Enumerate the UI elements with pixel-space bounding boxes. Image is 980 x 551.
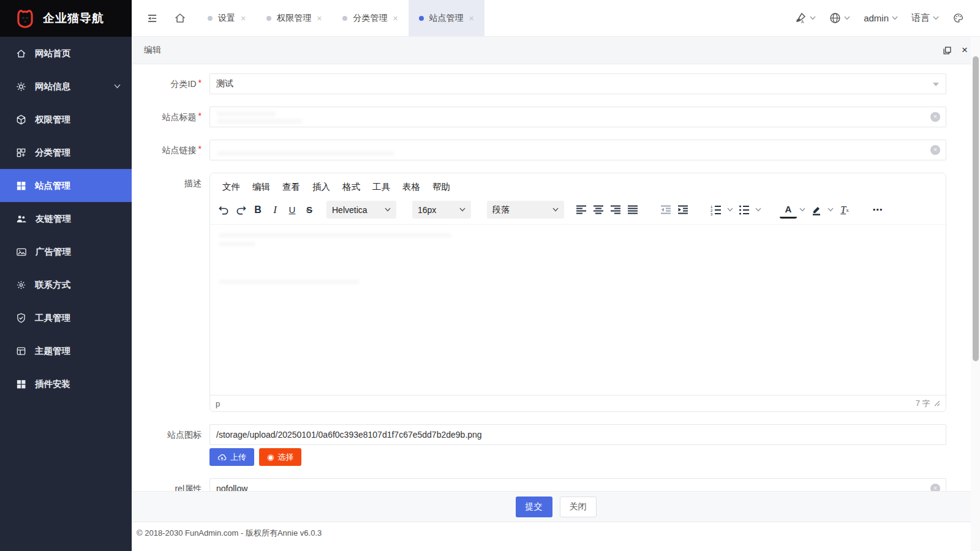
layout-icon	[16, 346, 26, 356]
font-size-select[interactable]: 16px	[412, 201, 471, 219]
menu-format[interactable]: 格式	[336, 178, 366, 196]
close-button[interactable]: 关闭	[560, 497, 597, 517]
chevron-down-icon	[933, 16, 939, 20]
site-links-menu[interactable]	[829, 12, 850, 24]
align-justify-icon[interactable]	[624, 201, 641, 219]
tab-dot	[342, 16, 347, 21]
menu-edit[interactable]: 编辑	[246, 178, 276, 196]
strikethrough-button[interactable]: S	[301, 201, 318, 219]
underline-button[interactable]: U	[284, 201, 301, 219]
brand-logo: 企业猫导航	[0, 0, 132, 37]
sidebar-item-site-info[interactable]: 网站信息	[0, 70, 132, 103]
close-icon[interactable]: ×	[962, 44, 968, 56]
menu-tools[interactable]: 工具	[366, 178, 396, 196]
site-title-input[interactable]	[209, 107, 946, 127]
bullet-list-caret[interactable]	[753, 201, 764, 219]
tab-close-icon[interactable]: ×	[317, 13, 322, 23]
block-format-select[interactable]: 段落	[487, 201, 564, 219]
font-family-select[interactable]: Helvetica	[326, 201, 396, 219]
editor-content-area[interactable]	[210, 224, 946, 395]
sidebar-item-sites-active[interactable]: 站点管理	[0, 169, 132, 202]
upload-button[interactable]: 上传	[209, 448, 254, 466]
menu-insert[interactable]: 插入	[306, 178, 336, 196]
ordered-list-icon[interactable]: 123	[707, 201, 725, 219]
highlight-color-caret[interactable]	[825, 201, 836, 219]
chevron-down-icon	[892, 16, 898, 20]
align-left-icon[interactable]	[573, 201, 590, 219]
tab-bar: 设置 × 权限管理 × 分类管理 × 站点管理 ×	[197, 0, 484, 36]
ordered-list-caret[interactable]	[725, 201, 736, 219]
choose-button[interactable]: ◉ 选择	[259, 448, 301, 466]
tab-categories[interactable]: 分类管理 ×	[332, 0, 408, 36]
text-color-caret[interactable]	[797, 201, 808, 219]
tab-dot	[419, 16, 424, 21]
redo-icon[interactable]	[232, 201, 249, 219]
indent-icon[interactable]	[674, 201, 692, 219]
highlight-color-icon[interactable]	[808, 201, 825, 219]
menu-table[interactable]: 表格	[396, 178, 426, 196]
language-menu[interactable]: 语言	[911, 12, 939, 24]
bold-button[interactable]: B	[249, 201, 266, 219]
tab-dot	[208, 16, 213, 21]
username: admin	[864, 13, 889, 23]
sidebar-item-label: 主题管理	[35, 345, 70, 357]
chevron-down-icon	[385, 208, 391, 212]
site-icon-input[interactable]	[209, 424, 946, 445]
bullet-list-icon[interactable]	[736, 201, 753, 219]
home-icon[interactable]	[174, 12, 186, 24]
tab-close-icon[interactable]: ×	[393, 13, 398, 23]
sidebar-item-tools[interactable]: 工具管理	[0, 301, 132, 334]
italic-button[interactable]: I	[266, 201, 284, 219]
tab-close-icon[interactable]: ×	[241, 13, 246, 23]
category-select[interactable]	[209, 73, 946, 94]
align-center-icon[interactable]	[590, 201, 607, 219]
tab-close-icon[interactable]: ×	[469, 13, 474, 23]
clear-input-icon[interactable]: ×	[930, 112, 940, 122]
text-color-button[interactable]: A	[780, 201, 797, 219]
site-link-input[interactable]	[209, 140, 946, 160]
sidebar-collapse-icon[interactable]	[146, 13, 158, 24]
sidebar-item-themes[interactable]: 主题管理	[0, 334, 132, 367]
outdent-icon[interactable]	[657, 201, 674, 219]
toolbar-more-icon[interactable]: ⋯	[869, 201, 886, 219]
maximize-icon[interactable]	[943, 46, 952, 55]
menu-file[interactable]: 文件	[216, 178, 246, 196]
tab-sites-active[interactable]: 站点管理 ×	[409, 0, 484, 36]
sidebar-item-friend-links[interactable]: 友链管理	[0, 202, 132, 235]
sidebar-item-plugins[interactable]: 插件安装	[0, 367, 132, 400]
theme-palette-icon[interactable]	[952, 12, 964, 24]
sidebar-item-ads[interactable]: 广告管理	[0, 235, 132, 268]
menu-help[interactable]: 帮助	[426, 178, 456, 196]
windows-icon	[16, 181, 26, 191]
edit-form: 分类ID* 站点标题* × 站点链接* ×	[132, 64, 980, 522]
clear-formatting-icon[interactable]: Tx	[836, 201, 853, 219]
sidebar-item-home[interactable]: 网站首页	[0, 37, 132, 70]
tab-permissions[interactable]: 权限管理 ×	[256, 0, 332, 36]
field-label: 站点标题*	[132, 107, 202, 127]
gear-icon	[16, 81, 26, 92]
user-menu[interactable]: admin	[864, 13, 898, 23]
redacted-content	[219, 242, 255, 246]
menu-view[interactable]: 查看	[276, 178, 306, 196]
sidebar-item-contact[interactable]: 联系方式	[0, 268, 132, 301]
field-label: 描述	[132, 173, 202, 412]
submit-button[interactable]: 提交	[516, 497, 552, 517]
cube-icon	[16, 114, 26, 125]
sidebar-item-label: 广告管理	[36, 246, 71, 258]
tab-settings[interactable]: 设置 ×	[197, 0, 256, 36]
form-row-site-link: 站点链接* ×	[132, 140, 980, 160]
scrollbar-thumb[interactable]	[973, 56, 979, 361]
chevron-down-icon	[459, 208, 466, 212]
field-label: 分类ID*	[132, 73, 202, 94]
clear-input-icon[interactable]: ×	[930, 145, 940, 155]
vertical-scrollbar[interactable]	[971, 37, 980, 551]
sidebar-item-categories[interactable]: 分类管理	[0, 136, 132, 169]
undo-icon[interactable]	[215, 201, 232, 219]
sidebar-item-permissions[interactable]: 权限管理	[0, 103, 132, 136]
align-right-icon[interactable]	[607, 201, 624, 219]
clear-cache-menu[interactable]: A	[794, 12, 816, 24]
form-row-site-icon: 站点图标 上传 ◉ 选择	[132, 424, 980, 466]
sidebar-item-label: 联系方式	[35, 279, 70, 291]
sidebar-item-label: 友链管理	[36, 213, 71, 225]
resize-handle-icon[interactable]	[934, 400, 940, 407]
